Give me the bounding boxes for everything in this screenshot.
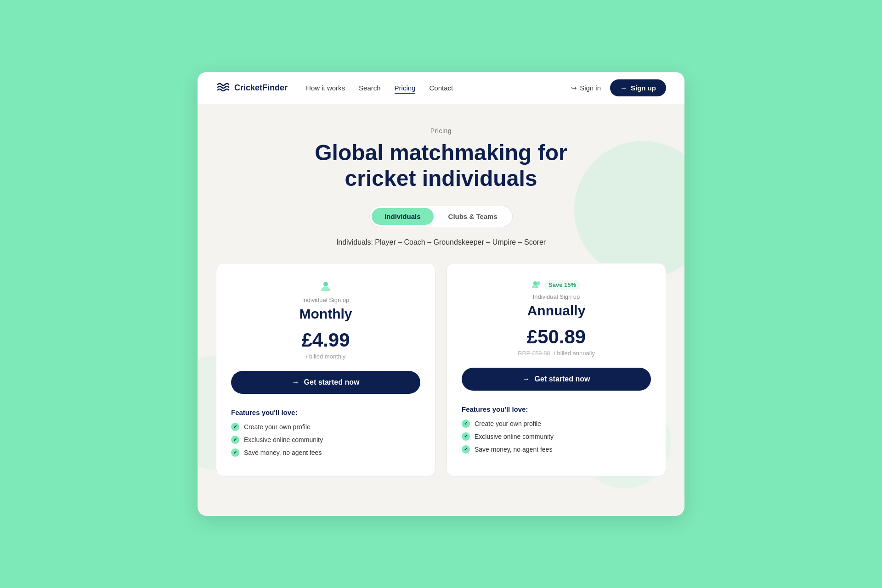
pricing-card-monthly: Individual Sign up Monthly £4.99 / bille… [216, 263, 435, 476]
annual-features-label: Features you'll love: [462, 405, 651, 413]
toggle-container: Individuals Clubs & Teams [369, 206, 513, 227]
monthly-feature-1: ✓ Create your own profile [231, 423, 420, 431]
monthly-price: £4.99 [231, 329, 420, 351]
annual-cta-label: Get started now [535, 375, 590, 383]
monthly-cta-arrow-icon: → [292, 378, 300, 386]
check-icon-3: ✓ [231, 448, 239, 457]
check-icon-2: ✓ [231, 436, 239, 444]
sign-up-button[interactable]: → Sign up [610, 79, 666, 96]
monthly-feature-2-text: Exclusive online community [244, 436, 323, 443]
save-badge: Save 15% [544, 280, 581, 290]
annual-billing-note: / billed annually [554, 350, 595, 357]
annual-check-icon-1: ✓ [462, 420, 470, 428]
annual-check-icon-2: ✓ [462, 432, 470, 441]
annual-feature-1-text: Create your own profile [475, 420, 541, 427]
monthly-feature-1-text: Create your own profile [244, 423, 311, 431]
annual-cta-button[interactable]: → Get started now [462, 368, 651, 391]
annual-feature-2-text: Exclusive online community [475, 433, 554, 440]
svg-point-1 [533, 281, 537, 285]
nav-item-how-it-works[interactable]: How it works [306, 84, 345, 92]
monthly-cta-button[interactable]: → Get started now [231, 371, 420, 394]
annual-feature-3-text: Save money, no agent fees [475, 446, 552, 453]
toggle-wrapper: Individuals Clubs & Teams [216, 206, 666, 227]
sign-up-arrow-icon: → [620, 84, 627, 92]
card-icon-monthly [231, 280, 420, 293]
monthly-plan-type: Individual Sign up [231, 297, 420, 303]
nav-link-search[interactable]: Search [359, 84, 381, 92]
person-icon [319, 280, 332, 293]
sign-in-label: Sign in [580, 84, 601, 92]
logo[interactable]: CricketFinder [216, 81, 288, 95]
annual-feature-1: ✓ Create your own profile [462, 420, 651, 428]
navbar: CricketFinder How it works Search Pricin… [198, 72, 684, 104]
annual-price-note: RRP £59.88 / billed annually [462, 350, 651, 357]
svg-point-0 [323, 282, 328, 286]
sign-up-label: Sign up [631, 84, 656, 92]
annual-plan-type: Individual Sign up [462, 293, 651, 300]
annual-features: Features you'll love: ✓ Create your own … [462, 405, 651, 454]
nav-link-contact[interactable]: Contact [429, 84, 453, 92]
monthly-cta-label: Get started now [304, 378, 360, 386]
rrp-note: RRP £59.88 [518, 350, 550, 357]
section-label: Pricing [216, 127, 666, 134]
title-line1: Global matchmaking for [315, 140, 567, 165]
subtitle: Individuals: Player – Coach – Groundskee… [216, 238, 666, 246]
monthly-plan-name: Monthly [231, 306, 420, 322]
annual-cta-arrow-icon: → [523, 375, 530, 383]
navbar-right: ↪ Sign in → Sign up [571, 79, 666, 96]
monthly-price-note: / billed monthly [231, 353, 420, 360]
persons-icon [532, 281, 541, 288]
nav-item-pricing[interactable]: Pricing [395, 84, 416, 92]
nav-links: How it works Search Pricing Contact [306, 84, 453, 92]
logo-icon [216, 81, 231, 95]
monthly-feature-3-text: Save money, no agent fees [244, 449, 322, 456]
section-title: Global matchmaking for cricket individua… [216, 140, 666, 190]
pricing-card-annually: Save 15% Individual Sign up Annually £50… [447, 263, 666, 476]
monthly-feature-2: ✓ Exclusive online community [231, 436, 420, 444]
toggle-clubs-teams[interactable]: Clubs & Teams [435, 208, 510, 225]
page-wrapper: CricketFinder How it works Search Pricin… [198, 72, 684, 515]
annual-feature-2: ✓ Exclusive online community [462, 432, 651, 441]
nav-link-pricing[interactable]: Pricing [395, 84, 416, 94]
sign-in-link[interactable]: ↪ Sign in [571, 84, 601, 92]
navbar-left: CricketFinder How it works Search Pricin… [216, 81, 453, 95]
annual-price: £50.89 [462, 326, 651, 348]
nav-item-search[interactable]: Search [359, 84, 381, 92]
annual-feature-3: ✓ Save money, no agent fees [462, 445, 651, 454]
brand-name: CricketFinder [234, 83, 288, 93]
title-line2: cricket individuals [345, 166, 537, 190]
annual-plan-name: Annually [462, 303, 651, 319]
monthly-feature-3: ✓ Save money, no agent fees [231, 448, 420, 457]
annual-check-icon-3: ✓ [462, 445, 470, 454]
nav-link-how-it-works[interactable]: How it works [306, 84, 345, 92]
cards-grid: Individual Sign up Monthly £4.99 / bille… [216, 263, 666, 476]
sign-in-arrow-icon: ↪ [571, 84, 577, 92]
check-icon-1: ✓ [231, 423, 239, 431]
monthly-features-label: Features you'll love: [231, 409, 420, 416]
nav-item-contact[interactable]: Contact [429, 84, 453, 92]
main-content: Pricing Global matchmaking for cricket i… [198, 104, 684, 515]
monthly-features: Features you'll love: ✓ Create your own … [231, 409, 420, 457]
toggle-individuals[interactable]: Individuals [372, 208, 433, 225]
annual-badge-row: Save 15% [462, 280, 651, 290]
